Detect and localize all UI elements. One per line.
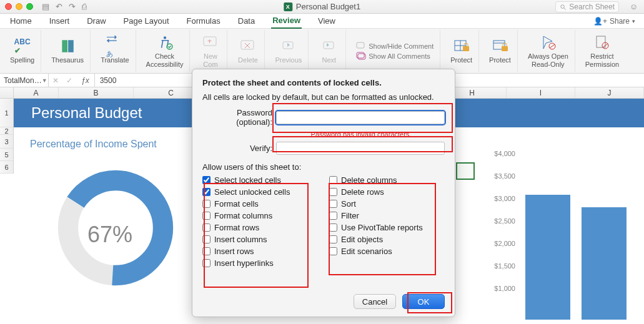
protect-workbook-button[interactable]: Protect bbox=[483, 30, 518, 72]
col-j[interactable]: J bbox=[575, 87, 644, 98]
permission-item[interactable]: Select unlocked cells bbox=[202, 186, 318, 198]
permission-checkbox[interactable] bbox=[202, 212, 211, 220]
new-comment-button[interactable]: + New Com bbox=[194, 30, 227, 72]
permission-item[interactable]: Edit scenarios bbox=[329, 245, 445, 257]
permission-label: Insert columns bbox=[214, 235, 267, 244]
permission-checkbox[interactable] bbox=[202, 259, 211, 267]
delete-comment-label: Delete bbox=[238, 56, 258, 64]
password-error: Password has invalid characters. bbox=[277, 130, 445, 138]
previous-comment-button[interactable]: Previous bbox=[269, 30, 309, 72]
verify-input[interactable] bbox=[276, 142, 445, 155]
tab-view[interactable]: View bbox=[317, 14, 337, 28]
tab-review[interactable]: Review bbox=[271, 13, 302, 29]
close-window-button[interactable] bbox=[5, 3, 12, 10]
permission-item[interactable]: Format columns bbox=[202, 210, 318, 222]
tab-page-layout[interactable]: Page Layout bbox=[122, 14, 171, 28]
share-button[interactable]: 👤+ Share ▾ bbox=[593, 17, 635, 26]
confirm-entry-icon[interactable]: ✓ bbox=[62, 76, 76, 85]
traffic-lights bbox=[5, 3, 33, 10]
protect-workbook-label: Protect bbox=[489, 56, 511, 64]
permission-item[interactable]: Sort bbox=[329, 198, 445, 210]
row-2[interactable]: 2 bbox=[0, 127, 13, 135]
permission-checkbox[interactable] bbox=[202, 188, 211, 196]
row-5[interactable]: 5 bbox=[0, 149, 13, 161]
password-input[interactable] bbox=[276, 111, 445, 124]
search-sheet-box[interactable]: Search Sheet bbox=[555, 1, 619, 12]
row-6[interactable]: 6 bbox=[0, 161, 13, 174]
formula-value[interactable]: 3500 bbox=[95, 76, 122, 85]
always-open-readonly-button[interactable]: Always Open Read-Only bbox=[522, 30, 575, 72]
name-box[interactable]: TotalMon… ▼ bbox=[0, 74, 49, 87]
col-b[interactable]: B bbox=[59, 87, 134, 98]
check-accessibility-button[interactable]: Check Accessibility bbox=[140, 30, 191, 72]
permission-item[interactable]: Select locked cells bbox=[202, 174, 318, 186]
share-label: Share bbox=[610, 17, 630, 26]
account-icon[interactable]: ☺ bbox=[630, 2, 638, 11]
permission-item[interactable]: Delete columns bbox=[329, 174, 445, 186]
tab-formulas[interactable]: Formulas bbox=[186, 14, 222, 28]
tab-insert[interactable]: Insert bbox=[48, 14, 71, 28]
show-hide-comment-button[interactable]: Show/Hide Comment bbox=[356, 42, 433, 51]
permission-item[interactable]: Insert rows bbox=[202, 245, 318, 257]
col-a[interactable]: A bbox=[14, 87, 59, 98]
permission-checkbox[interactable] bbox=[329, 235, 337, 243]
dialog-title: Protect the sheet and contents of locked… bbox=[202, 78, 445, 87]
permission-checkbox[interactable] bbox=[202, 247, 211, 255]
save-icon[interactable]: ▤ bbox=[42, 2, 49, 11]
svg-rect-25 bbox=[597, 36, 605, 47]
print-icon[interactable]: ⎙ bbox=[82, 2, 87, 11]
undo-icon[interactable]: ↶ bbox=[56, 2, 62, 11]
protect-sheet-button[interactable]: Protect bbox=[444, 30, 479, 72]
name-box-value: TotalMon… bbox=[4, 76, 42, 85]
permission-checkbox[interactable] bbox=[329, 176, 337, 184]
permission-checkbox[interactable] bbox=[329, 212, 337, 220]
permission-checkbox[interactable] bbox=[329, 223, 337, 232]
permissions-group: Select locked cellsSelect unlocked cells… bbox=[202, 174, 445, 269]
ok-button[interactable]: OK bbox=[402, 294, 445, 309]
tab-draw[interactable]: Draw bbox=[86, 14, 107, 28]
permission-item[interactable]: Filter bbox=[329, 210, 445, 222]
pct-income-label: Percentage of Income Spent bbox=[30, 139, 157, 150]
show-all-comments-button[interactable]: Show All Comments bbox=[356, 52, 433, 61]
tick-3000: $3,000 bbox=[494, 195, 515, 217]
permission-item[interactable]: Use PivotTable reports bbox=[329, 222, 445, 233]
redo-icon[interactable]: ↷ bbox=[69, 2, 76, 11]
permission-item[interactable]: Edit objects bbox=[329, 233, 445, 245]
new-comment-label: New Com bbox=[203, 52, 217, 67]
svg-rect-19 bbox=[463, 46, 469, 51]
permission-checkbox[interactable] bbox=[329, 247, 337, 255]
permission-label: Delete columns bbox=[341, 175, 397, 185]
cancel-button[interactable]: Cancel bbox=[354, 294, 396, 309]
permission-checkbox[interactable] bbox=[202, 235, 211, 243]
permission-checkbox[interactable] bbox=[202, 200, 211, 208]
permission-item[interactable]: Format rows bbox=[202, 222, 318, 233]
protect-sheet-label: Protect bbox=[450, 56, 472, 64]
permission-checkbox[interactable] bbox=[329, 188, 337, 196]
cancel-entry-icon[interactable]: ✕ bbox=[49, 76, 62, 85]
permission-item[interactable]: Delete rows bbox=[329, 186, 445, 198]
permission-item[interactable]: Insert columns bbox=[202, 233, 318, 245]
next-comment-button[interactable]: Next bbox=[312, 30, 346, 72]
minimize-window-button[interactable] bbox=[16, 3, 22, 10]
permission-checkbox[interactable] bbox=[202, 176, 211, 184]
delete-comment-button[interactable]: Delete bbox=[231, 30, 265, 72]
permission-label: Delete rows bbox=[341, 187, 384, 197]
permission-item[interactable]: Insert hyperlinks bbox=[202, 257, 318, 269]
restrict-permission-button[interactable]: Restrict Permission bbox=[579, 30, 625, 72]
col-i[interactable]: I bbox=[507, 87, 575, 98]
permission-item[interactable]: Format cells bbox=[202, 198, 318, 210]
row-3[interactable]: 3 bbox=[0, 135, 13, 149]
svg-rect-8 bbox=[241, 41, 254, 49]
translate-button[interactable]: ⮂あ Translate bbox=[94, 30, 136, 72]
select-all-corner[interactable] bbox=[0, 87, 14, 98]
row-1[interactable]: 1 bbox=[0, 99, 13, 127]
spelling-button[interactable]: ABC✔ Spelling bbox=[4, 30, 41, 72]
thesaurus-button[interactable]: Thesaurus bbox=[45, 30, 91, 72]
permission-checkbox[interactable] bbox=[329, 200, 337, 208]
permission-label: Insert hyperlinks bbox=[214, 258, 274, 268]
permission-checkbox[interactable] bbox=[202, 223, 211, 232]
zoom-window-button[interactable] bbox=[26, 3, 33, 10]
fx-icon[interactable]: ƒx bbox=[76, 74, 95, 87]
tab-home[interactable]: Home bbox=[9, 14, 33, 28]
tab-data[interactable]: Data bbox=[237, 14, 256, 28]
